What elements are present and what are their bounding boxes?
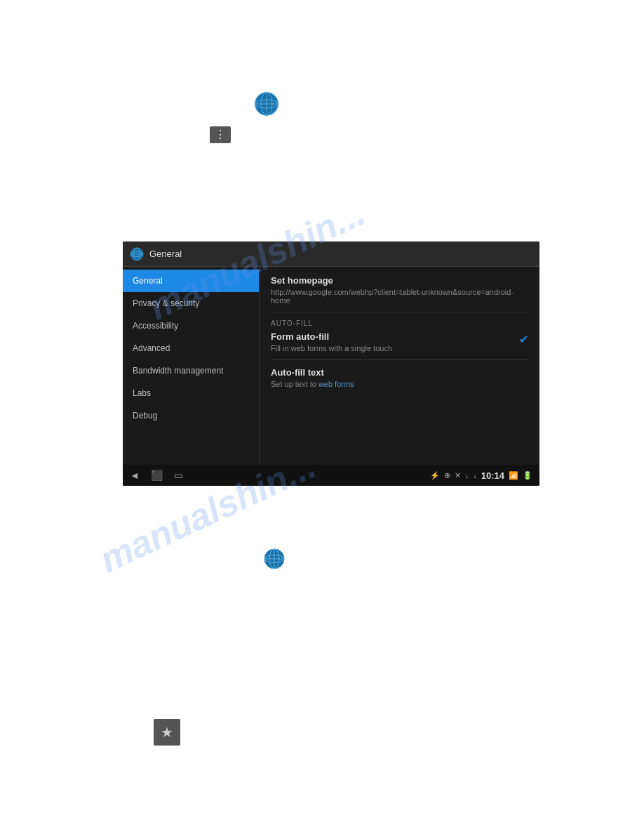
browser-settings-screenshot: General General Privacy & security Acces… xyxy=(123,241,539,486)
homepage-title: Set homepage xyxy=(271,275,528,286)
autofill-section-label: AUTO-FILL xyxy=(271,319,528,327)
battery-icon: 🔋 xyxy=(523,471,532,480)
autofill-text-row[interactable]: Auto-fill text Set up text to web forms xyxy=(271,367,528,395)
settings-title: General xyxy=(149,249,182,259)
sidebar-item-general[interactable]: General xyxy=(123,270,259,292)
sidebar-item-advanced[interactable]: Advanced xyxy=(123,337,259,359)
status-bar: ◄ ⬛ ▭ ⚡ ⊕ ✕ ↓ ↓ 10:14 📶 🔋 xyxy=(123,465,539,486)
settings-header: General xyxy=(123,241,539,267)
star-icon: ★ xyxy=(161,724,173,741)
homepage-setting-row[interactable]: Set homepage http://www.google.com/webhp… xyxy=(271,275,528,312)
status-time: 10:14 xyxy=(481,470,504,481)
autofill-text-title: Auto-fill text xyxy=(271,367,528,378)
browser-icon-bottom xyxy=(263,548,286,570)
back-button[interactable]: ◄ xyxy=(130,470,140,481)
star-bookmark-button[interactable]: ★ xyxy=(154,719,180,746)
sidebar-item-debug[interactable]: Debug xyxy=(123,404,259,427)
download-icon-2: ↓ xyxy=(473,471,477,479)
sync-icon: ⊕ xyxy=(444,471,450,480)
settings-content: General Privacy & security Accessibility… xyxy=(123,267,539,465)
form-autofill-text: Form auto-fill Fill in web forms with a … xyxy=(271,331,514,352)
three-dot-icon: ⋮ xyxy=(215,129,227,140)
homepage-url: http://www.google.com/webhp?client=table… xyxy=(271,288,528,305)
nav-buttons: ◄ ⬛ ▭ xyxy=(130,470,183,481)
browser-icon-top xyxy=(254,91,279,117)
form-autofill-row[interactable]: Form auto-fill Fill in web forms with a … xyxy=(271,331,528,360)
header-globe-icon xyxy=(130,247,144,261)
form-autofill-subtitle: Fill in web forms with a single touch xyxy=(271,344,514,352)
form-autofill-title: Form auto-fill xyxy=(271,331,514,342)
usb-icon: ⚡ xyxy=(430,471,440,480)
recent-button[interactable]: ▭ xyxy=(174,470,183,481)
autofill-text-text: Auto-fill text Set up text to web forms xyxy=(271,367,528,388)
close-icon: ✕ xyxy=(455,471,461,480)
sidebar-item-labs[interactable]: Labs xyxy=(123,382,259,404)
form-autofill-checkbox[interactable]: ✔ xyxy=(519,333,528,346)
settings-main-panel: Set homepage http://www.google.com/webhp… xyxy=(260,267,539,465)
autofill-text-subtitle: Set up text to web forms xyxy=(271,380,528,388)
sidebar-item-bandwidth-management[interactable]: Bandwidth management xyxy=(123,359,259,382)
home-button[interactable]: ⬛ xyxy=(151,470,163,481)
download-icon-1: ↓ xyxy=(465,471,469,479)
sidebar-item-accessibility[interactable]: Accessibility xyxy=(123,315,259,337)
status-icons: ⚡ ⊕ ✕ ↓ ↓ 10:14 📶 🔋 xyxy=(430,470,532,481)
sidebar-item-privacy-security[interactable]: Privacy & security xyxy=(123,292,259,315)
autofill-text-link[interactable]: web forms xyxy=(318,380,354,388)
settings-sidebar: General Privacy & security Accessibility… xyxy=(123,267,260,465)
three-dot-menu-button[interactable]: ⋮ xyxy=(210,126,231,143)
wifi-icon: 📶 xyxy=(509,471,518,480)
